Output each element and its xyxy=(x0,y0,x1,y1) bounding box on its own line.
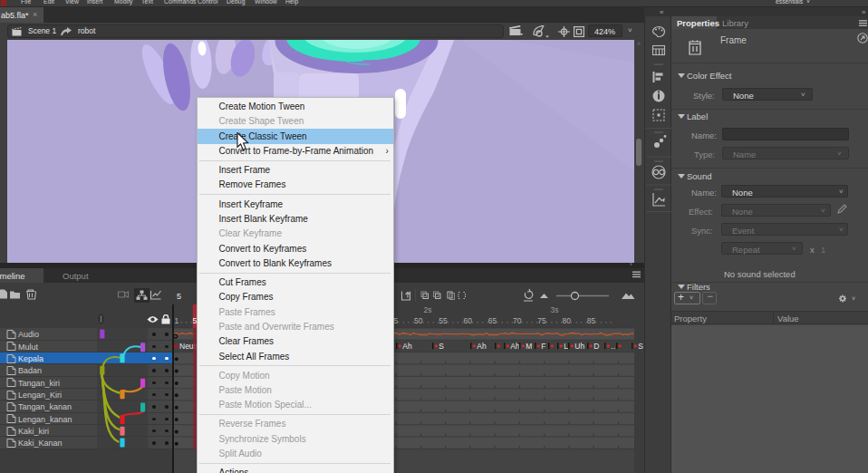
svg-text:..: .. xyxy=(611,342,615,351)
svg-text:Uh: Uh xyxy=(574,342,584,351)
svg-text:L: L xyxy=(564,342,568,351)
svg-text:Ah: Ah xyxy=(402,342,412,351)
svg-text:M: M xyxy=(526,342,532,351)
svg-text:F: F xyxy=(541,342,545,351)
svg-text:D: D xyxy=(593,342,599,351)
svg-text:S: S xyxy=(439,342,444,351)
svg-text:S: S xyxy=(638,342,643,351)
svg-text:Ah: Ah xyxy=(477,342,487,351)
svg-text:Ah: Ah xyxy=(510,342,520,351)
